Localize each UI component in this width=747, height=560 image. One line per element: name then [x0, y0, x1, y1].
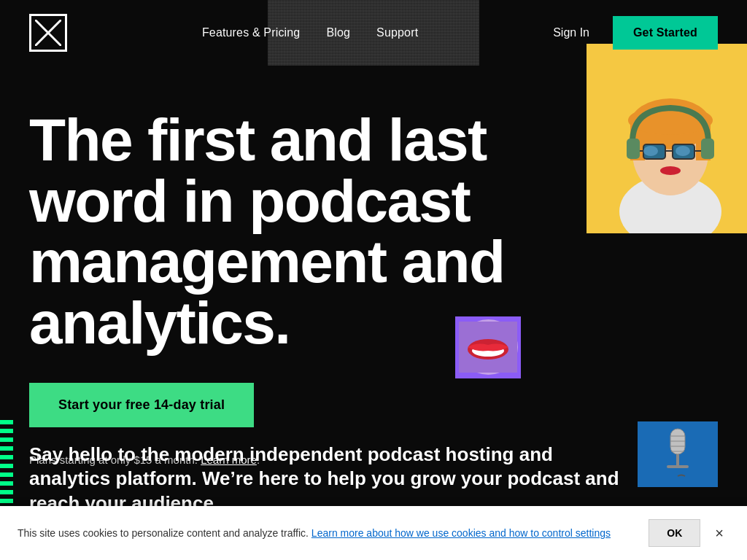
nav-item-blog[interactable]: Blog	[326, 26, 350, 39]
bottom-text: Say hello to the modern independent podc…	[29, 443, 627, 516]
svg-point-18	[660, 166, 681, 175]
logo[interactable]	[29, 14, 67, 52]
hero-section: The first and last word in podcast manag…	[0, 66, 747, 466]
cookie-close-button[interactable]: ×	[709, 523, 729, 543]
svg-rect-30	[676, 454, 679, 465]
hero-person-image	[587, 44, 747, 233]
floating-mouth-image	[455, 316, 521, 378]
sign-in-link[interactable]: Sign In	[553, 26, 589, 39]
free-trial-button[interactable]: Start your free 14-day trial	[29, 383, 254, 427]
get-started-button[interactable]: Get Started	[613, 16, 718, 50]
blog-link[interactable]: Blog	[326, 26, 350, 39]
svg-rect-31	[667, 465, 689, 468]
features-pricing-link[interactable]: Features & Pricing	[202, 26, 301, 39]
nav-item-support[interactable]: Support	[376, 26, 418, 39]
cookie-plain-text: This site uses cookies to personalize co…	[18, 527, 309, 539]
nav-links: Features & Pricing Blog Support	[202, 26, 418, 39]
cookie-actions: OK ×	[649, 519, 729, 547]
cookie-banner: This site uses cookies to personalize co…	[0, 506, 747, 560]
person-headphones-illustration	[587, 44, 747, 233]
nav-right: Sign In Get Started	[553, 16, 718, 50]
svg-rect-19	[627, 139, 640, 159]
mouth-illustration	[459, 319, 518, 376]
microphone-image	[638, 421, 718, 487]
svg-rect-20	[701, 139, 714, 159]
nav-item-features[interactable]: Features & Pricing	[202, 26, 301, 39]
cookie-text: This site uses cookies to personalize co…	[18, 526, 634, 541]
cookie-learn-more-link[interactable]: Learn more about how we use cookies and …	[311, 527, 611, 539]
support-link[interactable]: Support	[376, 26, 418, 39]
navbar: Features & Pricing Blog Support Sign In …	[0, 0, 747, 66]
cookie-ok-button[interactable]: OK	[649, 519, 700, 547]
microphone-icon	[645, 421, 711, 487]
svg-point-17	[676, 146, 690, 156]
bottom-section: Say hello to the modern independent podc…	[29, 443, 718, 516]
person-svg	[587, 44, 747, 233]
stripe-decoration	[0, 416, 13, 503]
hero-text-block: The first and last word in podcast manag…	[29, 109, 584, 466]
logo-icon	[35, 20, 61, 46]
svg-point-16	[643, 146, 658, 156]
